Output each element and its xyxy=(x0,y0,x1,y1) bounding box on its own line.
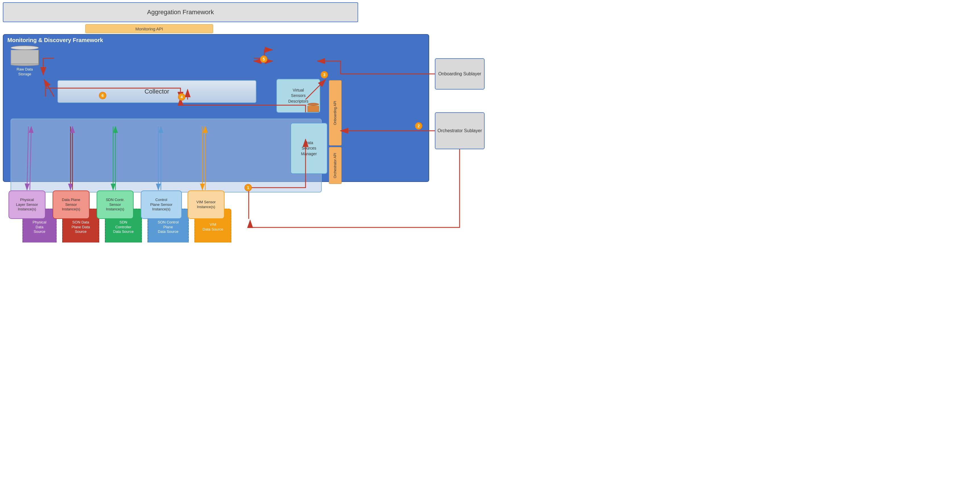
sdn-sensor-box: SDN Contr.SensorInstance(s) xyxy=(97,191,134,219)
badge-4: 4 xyxy=(178,93,185,101)
physical-sensor-box: PhysicalLayer SensorInstance(s) xyxy=(8,191,46,219)
orchestrator-sublayer-label: Orchestrator Sublayer xyxy=(438,128,482,134)
vim-sensor-box: VIM SensorInstance(s) xyxy=(188,191,224,219)
cylinder-body xyxy=(11,50,39,64)
onboarding-api-bar: Onboarding API xyxy=(329,80,342,146)
vim-sensor-label: VIM SensorInstance(s) xyxy=(196,200,216,210)
badge-2: 2 xyxy=(415,122,422,130)
mdf-box: Monitoring & Discovery Framework Raw Dat… xyxy=(3,34,429,182)
badge-5: 5 xyxy=(260,56,267,63)
badge-1: 1 xyxy=(245,184,252,191)
onboarding-api-label: Onboarding API xyxy=(333,101,337,125)
vsd-cyl-body xyxy=(307,106,319,112)
mdf-title: Monitoring & Discovery Framework xyxy=(7,37,103,43)
data-sources-inner: PhysicalDataSource SON DataPlane DataSou… xyxy=(11,119,322,192)
aggregation-framework-box: Aggregation Framework xyxy=(3,2,358,22)
sdn-sensor-label: SDN Contr.SensorInstance(s) xyxy=(106,197,124,212)
physical-ds-label: PhysicalDataSource xyxy=(33,220,46,235)
cylinder-top xyxy=(11,46,39,50)
onboarding-sublayer-label: Onboarding Sublayer xyxy=(438,71,481,77)
dsm-label: DataSourcesManager xyxy=(301,140,317,157)
raw-data-label: Raw DataStorage xyxy=(16,67,33,77)
control-plane-sensor-label: ControlPlane SensorInstance(s) xyxy=(150,197,172,212)
aggregation-framework-title: Aggregation Framework xyxy=(147,8,214,16)
main-container: Aggregation Framework Monitoring API Mon… xyxy=(0,0,490,243)
vsd-label: VirtualSensorsDescriptors xyxy=(288,87,309,104)
monitoring-api-bar: Monitoring API xyxy=(85,24,213,33)
sdn-controller-ds-label: SDNControllerData Source xyxy=(113,220,134,235)
orchestrator-api-label: Orchestrator API xyxy=(333,153,337,178)
vim-ds-label: VIMData Source xyxy=(203,222,223,232)
badge-6: 6 xyxy=(99,92,106,99)
onboarding-sublayer-box: Onboarding Sublayer xyxy=(435,58,485,89)
dsm-box: DataSourcesManager xyxy=(291,123,328,174)
orchestrator-sublayer-box: Orchestrator Sublayer xyxy=(435,112,485,149)
vsd-cylinder xyxy=(307,103,319,112)
control-plane-sensor-box: ControlPlane SensorInstance(s) xyxy=(141,191,182,219)
collector-box: Collector xyxy=(57,80,256,103)
monitoring-api-label: Monitoring API xyxy=(135,27,163,31)
collector-label: Collector xyxy=(145,88,169,95)
data-plane-sensor-label: Data PlaneSensorInstance(s) xyxy=(62,197,80,212)
raw-data-storage: Raw DataStorage xyxy=(8,46,42,77)
vsd-cyl-top xyxy=(307,103,319,106)
son-data-plane-ds-label: SON DataPlane DataSource xyxy=(72,220,90,235)
data-plane-sensor-box: Data PlaneSensorInstance(s) xyxy=(52,191,89,219)
son-control-plane-ds-label: SON ControlPlaneData Source xyxy=(158,220,179,235)
badge-3: 3 xyxy=(321,71,328,78)
physical-sensor-label: PhysicalLayer SensorInstance(s) xyxy=(16,197,38,212)
orchestrator-api-bar: Orchestrator API xyxy=(329,147,342,184)
